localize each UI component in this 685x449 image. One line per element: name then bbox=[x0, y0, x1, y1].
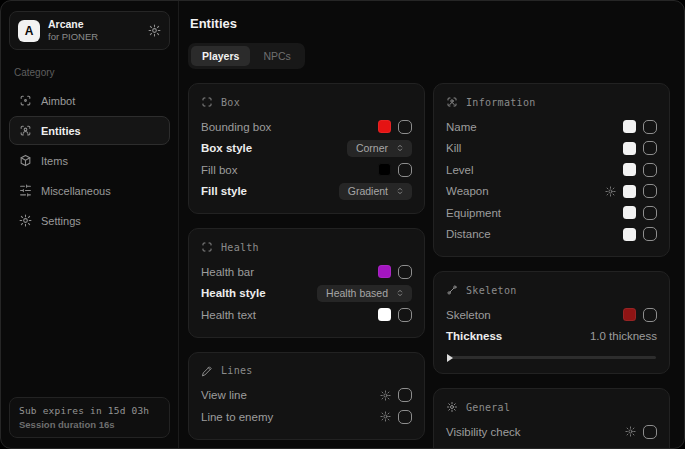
color-swatch[interactable] bbox=[378, 120, 391, 133]
right-column: Information Name Kill bbox=[433, 83, 670, 448]
chevrons-up-down-icon bbox=[395, 143, 405, 153]
sidebar-item-label: Aimbot bbox=[41, 95, 75, 107]
color-swatch[interactable] bbox=[623, 228, 636, 241]
color-swatch[interactable] bbox=[378, 163, 391, 176]
panel-title: Lines bbox=[221, 365, 253, 376]
gear-icon[interactable] bbox=[380, 411, 391, 422]
main-content: Entities Players NPCs Box Bounding box bbox=[179, 1, 684, 448]
panel-title: Skeleton bbox=[466, 285, 517, 296]
color-swatch[interactable] bbox=[623, 163, 636, 176]
setting-row: Skeleton bbox=[446, 304, 657, 326]
checkbox[interactable] bbox=[643, 120, 657, 134]
color-swatch[interactable] bbox=[378, 265, 391, 278]
setting-label: Fill box bbox=[201, 164, 237, 176]
crosshair-scan-icon bbox=[19, 94, 32, 107]
sidebar-item-label: Miscellaneous bbox=[41, 185, 111, 197]
sidebar-item-aimbot[interactable]: Aimbot bbox=[9, 86, 170, 115]
sidebar-item-miscellaneous[interactable]: Miscellaneous bbox=[9, 176, 170, 205]
health-style-dropdown[interactable]: Health based bbox=[317, 285, 412, 302]
setting-row: Fill style Gradient bbox=[201, 181, 412, 203]
sidebar-item-entities[interactable]: Entities bbox=[9, 116, 170, 145]
checkbox[interactable] bbox=[643, 141, 657, 155]
checkbox[interactable] bbox=[398, 410, 412, 424]
setting-label: Health style bbox=[201, 287, 266, 299]
chevrons-up-down-icon bbox=[395, 288, 405, 298]
color-swatch[interactable] bbox=[378, 308, 391, 321]
bone-icon bbox=[446, 284, 458, 296]
setting-row: Health bar bbox=[201, 261, 412, 283]
checkbox[interactable] bbox=[643, 425, 657, 439]
app-logo: A bbox=[18, 20, 40, 42]
gear-icon bbox=[19, 214, 32, 227]
setting-row: Thickness 1.0 thickness bbox=[446, 326, 657, 348]
color-swatch[interactable] bbox=[623, 185, 636, 198]
gear-icon[interactable] bbox=[625, 426, 636, 437]
left-column: Box Bounding box Box style Corner bbox=[188, 83, 425, 440]
panel-title: General bbox=[466, 402, 510, 413]
setting-row: Level bbox=[446, 159, 657, 181]
thickness-slider[interactable] bbox=[447, 356, 656, 359]
setting-row: Box style Corner bbox=[201, 138, 412, 160]
setting-row: Distance bbox=[446, 224, 657, 246]
tab-players[interactable]: Players bbox=[191, 46, 250, 66]
slider-value: 1.0 thickness bbox=[590, 330, 657, 342]
tab-npcs[interactable]: NPCs bbox=[252, 46, 301, 66]
setting-row: Visibility check bbox=[446, 421, 657, 443]
sidebar-item-label: Settings bbox=[41, 215, 81, 227]
sidebar-item-settings[interactable]: Settings bbox=[9, 206, 170, 235]
setting-label: Fill style bbox=[201, 185, 247, 197]
setting-label: Level bbox=[446, 164, 474, 176]
setting-label: Box style bbox=[201, 142, 252, 154]
checkbox[interactable] bbox=[643, 163, 657, 177]
panel-general: General Visibility check Max distance bbox=[433, 388, 670, 448]
cube-icon bbox=[19, 154, 32, 167]
setting-row: View line bbox=[201, 385, 412, 407]
gear-icon[interactable] bbox=[380, 390, 391, 401]
checkbox[interactable] bbox=[643, 184, 657, 198]
scan-icon bbox=[201, 241, 213, 253]
sidebar-item-items[interactable]: Items bbox=[9, 146, 170, 175]
setting-label: Thickness bbox=[446, 330, 502, 342]
chevrons-up-down-icon bbox=[395, 186, 405, 196]
gear-icon[interactable] bbox=[605, 186, 616, 197]
dropdown-value: Gradient bbox=[348, 185, 388, 197]
setting-label: View line bbox=[201, 389, 247, 401]
checkbox[interactable] bbox=[398, 163, 412, 177]
setting-row: Max distance 500m bbox=[446, 443, 657, 449]
gear-icon[interactable] bbox=[148, 24, 161, 37]
slider-thumb[interactable] bbox=[447, 354, 453, 362]
fill-style-dropdown[interactable]: Gradient bbox=[339, 183, 412, 200]
checkbox[interactable] bbox=[398, 265, 412, 279]
setting-label: Max distance bbox=[446, 447, 518, 448]
box-style-dropdown[interactable]: Corner bbox=[347, 140, 412, 157]
checkbox[interactable] bbox=[398, 308, 412, 322]
setting-row: Fill box bbox=[201, 159, 412, 181]
checkbox[interactable] bbox=[398, 388, 412, 402]
person-scan-icon bbox=[446, 96, 458, 108]
color-swatch[interactable] bbox=[623, 308, 636, 321]
sidebar-nav: Aimbot Entities Items Miscellaneous bbox=[9, 86, 170, 235]
app-subtitle: for PIONER bbox=[48, 31, 140, 43]
checkbox[interactable] bbox=[643, 206, 657, 220]
panel-health: Health Health bar Health style Health ba… bbox=[188, 228, 425, 338]
panel-box: Box Bounding box Box style Corner bbox=[188, 83, 425, 214]
logo-card: A Arcane for PIONER bbox=[9, 11, 170, 50]
setting-label: Line to enemy bbox=[201, 411, 273, 423]
setting-row: Line to enemy bbox=[201, 406, 412, 428]
category-label: Category bbox=[14, 67, 170, 78]
page-title: Entities bbox=[190, 16, 670, 31]
color-swatch[interactable] bbox=[623, 142, 636, 155]
checkbox[interactable] bbox=[643, 308, 657, 322]
color-swatch[interactable] bbox=[623, 206, 636, 219]
setting-row: Name bbox=[446, 116, 657, 138]
subscription-card: Sub expires in 15d 03h Session duration … bbox=[9, 397, 170, 438]
checkbox[interactable] bbox=[398, 120, 412, 134]
app-window: A Arcane for PIONER Category Aimbot bbox=[0, 0, 685, 449]
setting-row: Equipment bbox=[446, 202, 657, 224]
sliders-icon bbox=[19, 184, 32, 197]
checkbox[interactable] bbox=[643, 227, 657, 241]
setting-label: Bounding box bbox=[201, 121, 271, 133]
setting-label: Distance bbox=[446, 228, 491, 240]
color-swatch[interactable] bbox=[623, 120, 636, 133]
setting-label: Visibility check bbox=[446, 426, 521, 438]
